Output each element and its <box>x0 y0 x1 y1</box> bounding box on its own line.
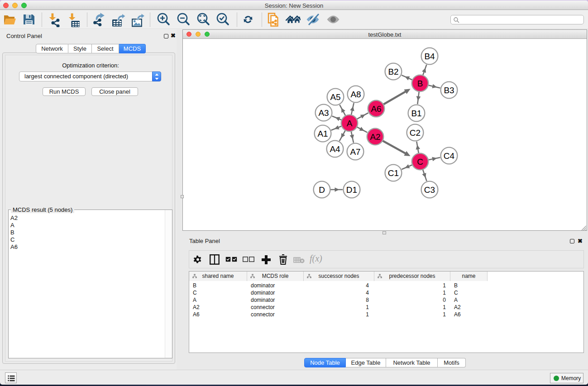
svg-text:A8: A8 <box>350 90 361 99</box>
svg-text:A3: A3 <box>318 108 329 118</box>
svg-text:B3: B3 <box>444 86 454 95</box>
svg-text:B2: B2 <box>388 67 398 76</box>
svg-text:B4: B4 <box>424 52 435 61</box>
svg-text:C4: C4 <box>444 151 455 161</box>
svg-text:C2: C2 <box>410 128 421 138</box>
svg-text:A7: A7 <box>350 147 360 157</box>
svg-text:A5: A5 <box>330 92 340 102</box>
svg-text:C1: C1 <box>388 168 399 178</box>
svg-text:A4: A4 <box>330 144 340 154</box>
svg-text:C: C <box>417 157 423 167</box>
svg-text:A2: A2 <box>370 132 380 142</box>
svg-text:C3: C3 <box>424 185 435 195</box>
svg-text:A6: A6 <box>371 104 381 114</box>
svg-text:A: A <box>347 119 353 128</box>
svg-text:D1: D1 <box>346 185 357 195</box>
svg-text:D: D <box>319 185 325 195</box>
svg-text:A1: A1 <box>317 129 328 138</box>
svg-text:B1: B1 <box>411 109 421 118</box>
svg-text:B: B <box>417 79 423 88</box>
